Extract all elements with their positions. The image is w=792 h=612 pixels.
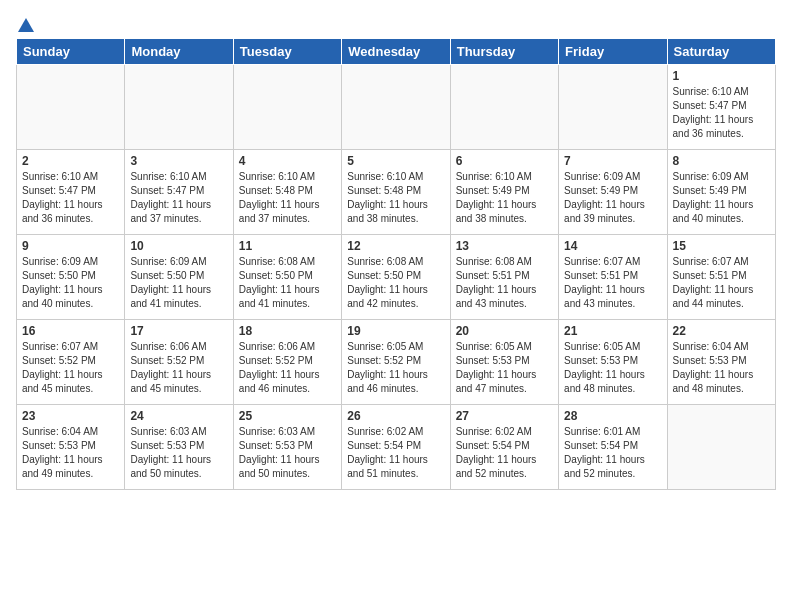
day-info: Sunrise: 6:05 AM Sunset: 5:52 PM Dayligh… <box>347 340 444 396</box>
day-info: Sunrise: 6:01 AM Sunset: 5:54 PM Dayligh… <box>564 425 661 481</box>
logo <box>16 16 36 30</box>
day-info: Sunrise: 6:08 AM Sunset: 5:50 PM Dayligh… <box>239 255 336 311</box>
calendar-cell: 18Sunrise: 6:06 AM Sunset: 5:52 PM Dayli… <box>233 320 341 405</box>
calendar-cell: 6Sunrise: 6:10 AM Sunset: 5:49 PM Daylig… <box>450 150 558 235</box>
day-number: 28 <box>564 409 661 423</box>
weekday-header-wednesday: Wednesday <box>342 39 450 65</box>
calendar-cell: 28Sunrise: 6:01 AM Sunset: 5:54 PM Dayli… <box>559 405 667 490</box>
day-info: Sunrise: 6:03 AM Sunset: 5:53 PM Dayligh… <box>130 425 227 481</box>
svg-marker-0 <box>18 18 34 32</box>
day-info: Sunrise: 6:09 AM Sunset: 5:50 PM Dayligh… <box>22 255 119 311</box>
day-number: 21 <box>564 324 661 338</box>
day-number: 24 <box>130 409 227 423</box>
day-number: 17 <box>130 324 227 338</box>
calendar-cell: 1Sunrise: 6:10 AM Sunset: 5:47 PM Daylig… <box>667 65 775 150</box>
weekday-header-tuesday: Tuesday <box>233 39 341 65</box>
calendar-cell: 16Sunrise: 6:07 AM Sunset: 5:52 PM Dayli… <box>17 320 125 405</box>
day-number: 11 <box>239 239 336 253</box>
day-number: 4 <box>239 154 336 168</box>
day-number: 20 <box>456 324 553 338</box>
day-info: Sunrise: 6:05 AM Sunset: 5:53 PM Dayligh… <box>456 340 553 396</box>
day-info: Sunrise: 6:07 AM Sunset: 5:51 PM Dayligh… <box>673 255 770 311</box>
day-number: 2 <box>22 154 119 168</box>
calendar-week-row: 16Sunrise: 6:07 AM Sunset: 5:52 PM Dayli… <box>17 320 776 405</box>
day-info: Sunrise: 6:10 AM Sunset: 5:48 PM Dayligh… <box>347 170 444 226</box>
day-number: 7 <box>564 154 661 168</box>
calendar-cell: 21Sunrise: 6:05 AM Sunset: 5:53 PM Dayli… <box>559 320 667 405</box>
day-info: Sunrise: 6:06 AM Sunset: 5:52 PM Dayligh… <box>130 340 227 396</box>
day-info: Sunrise: 6:06 AM Sunset: 5:52 PM Dayligh… <box>239 340 336 396</box>
day-info: Sunrise: 6:02 AM Sunset: 5:54 PM Dayligh… <box>347 425 444 481</box>
calendar-cell: 14Sunrise: 6:07 AM Sunset: 5:51 PM Dayli… <box>559 235 667 320</box>
calendar-cell: 22Sunrise: 6:04 AM Sunset: 5:53 PM Dayli… <box>667 320 775 405</box>
calendar-cell: 17Sunrise: 6:06 AM Sunset: 5:52 PM Dayli… <box>125 320 233 405</box>
day-number: 27 <box>456 409 553 423</box>
day-number: 10 <box>130 239 227 253</box>
day-number: 18 <box>239 324 336 338</box>
day-info: Sunrise: 6:10 AM Sunset: 5:47 PM Dayligh… <box>673 85 770 141</box>
day-info: Sunrise: 6:09 AM Sunset: 5:50 PM Dayligh… <box>130 255 227 311</box>
weekday-header-thursday: Thursday <box>450 39 558 65</box>
day-info: Sunrise: 6:03 AM Sunset: 5:53 PM Dayligh… <box>239 425 336 481</box>
weekday-header-saturday: Saturday <box>667 39 775 65</box>
calendar-cell: 4Sunrise: 6:10 AM Sunset: 5:48 PM Daylig… <box>233 150 341 235</box>
calendar-cell: 26Sunrise: 6:02 AM Sunset: 5:54 PM Dayli… <box>342 405 450 490</box>
day-number: 5 <box>347 154 444 168</box>
day-number: 22 <box>673 324 770 338</box>
calendar-cell: 25Sunrise: 6:03 AM Sunset: 5:53 PM Dayli… <box>233 405 341 490</box>
calendar-cell: 8Sunrise: 6:09 AM Sunset: 5:49 PM Daylig… <box>667 150 775 235</box>
day-number: 1 <box>673 69 770 83</box>
calendar-cell: 27Sunrise: 6:02 AM Sunset: 5:54 PM Dayli… <box>450 405 558 490</box>
day-number: 8 <box>673 154 770 168</box>
day-info: Sunrise: 6:05 AM Sunset: 5:53 PM Dayligh… <box>564 340 661 396</box>
calendar-cell: 10Sunrise: 6:09 AM Sunset: 5:50 PM Dayli… <box>125 235 233 320</box>
calendar-cell <box>559 65 667 150</box>
day-info: Sunrise: 6:07 AM Sunset: 5:52 PM Dayligh… <box>22 340 119 396</box>
calendar-week-row: 23Sunrise: 6:04 AM Sunset: 5:53 PM Dayli… <box>17 405 776 490</box>
weekday-header-row: SundayMondayTuesdayWednesdayThursdayFrid… <box>17 39 776 65</box>
calendar-cell: 23Sunrise: 6:04 AM Sunset: 5:53 PM Dayli… <box>17 405 125 490</box>
day-number: 16 <box>22 324 119 338</box>
day-info: Sunrise: 6:04 AM Sunset: 5:53 PM Dayligh… <box>673 340 770 396</box>
calendar-cell <box>342 65 450 150</box>
day-number: 12 <box>347 239 444 253</box>
day-number: 3 <box>130 154 227 168</box>
day-number: 9 <box>22 239 119 253</box>
logo-triangle-icon <box>17 16 35 34</box>
day-info: Sunrise: 6:10 AM Sunset: 5:47 PM Dayligh… <box>130 170 227 226</box>
calendar-cell: 2Sunrise: 6:10 AM Sunset: 5:47 PM Daylig… <box>17 150 125 235</box>
page-header <box>16 16 776 30</box>
day-info: Sunrise: 6:02 AM Sunset: 5:54 PM Dayligh… <box>456 425 553 481</box>
day-number: 6 <box>456 154 553 168</box>
calendar-cell: 15Sunrise: 6:07 AM Sunset: 5:51 PM Dayli… <box>667 235 775 320</box>
day-info: Sunrise: 6:09 AM Sunset: 5:49 PM Dayligh… <box>673 170 770 226</box>
calendar-cell: 7Sunrise: 6:09 AM Sunset: 5:49 PM Daylig… <box>559 150 667 235</box>
calendar-cell <box>667 405 775 490</box>
calendar-cell <box>17 65 125 150</box>
calendar-cell: 20Sunrise: 6:05 AM Sunset: 5:53 PM Dayli… <box>450 320 558 405</box>
day-info: Sunrise: 6:08 AM Sunset: 5:51 PM Dayligh… <box>456 255 553 311</box>
weekday-header-sunday: Sunday <box>17 39 125 65</box>
day-number: 25 <box>239 409 336 423</box>
day-info: Sunrise: 6:04 AM Sunset: 5:53 PM Dayligh… <box>22 425 119 481</box>
calendar-cell: 12Sunrise: 6:08 AM Sunset: 5:50 PM Dayli… <box>342 235 450 320</box>
day-info: Sunrise: 6:09 AM Sunset: 5:49 PM Dayligh… <box>564 170 661 226</box>
day-number: 13 <box>456 239 553 253</box>
day-info: Sunrise: 6:08 AM Sunset: 5:50 PM Dayligh… <box>347 255 444 311</box>
calendar-cell <box>125 65 233 150</box>
calendar-cell: 5Sunrise: 6:10 AM Sunset: 5:48 PM Daylig… <box>342 150 450 235</box>
calendar-table: SundayMondayTuesdayWednesdayThursdayFrid… <box>16 38 776 490</box>
day-number: 23 <box>22 409 119 423</box>
day-info: Sunrise: 6:10 AM Sunset: 5:48 PM Dayligh… <box>239 170 336 226</box>
calendar-cell <box>450 65 558 150</box>
day-info: Sunrise: 6:10 AM Sunset: 5:49 PM Dayligh… <box>456 170 553 226</box>
calendar-cell: 19Sunrise: 6:05 AM Sunset: 5:52 PM Dayli… <box>342 320 450 405</box>
calendar-cell: 24Sunrise: 6:03 AM Sunset: 5:53 PM Dayli… <box>125 405 233 490</box>
calendar-cell: 11Sunrise: 6:08 AM Sunset: 5:50 PM Dayli… <box>233 235 341 320</box>
day-number: 19 <box>347 324 444 338</box>
calendar-week-row: 1Sunrise: 6:10 AM Sunset: 5:47 PM Daylig… <box>17 65 776 150</box>
calendar-week-row: 9Sunrise: 6:09 AM Sunset: 5:50 PM Daylig… <box>17 235 776 320</box>
calendar-week-row: 2Sunrise: 6:10 AM Sunset: 5:47 PM Daylig… <box>17 150 776 235</box>
weekday-header-monday: Monday <box>125 39 233 65</box>
calendar-cell: 13Sunrise: 6:08 AM Sunset: 5:51 PM Dayli… <box>450 235 558 320</box>
